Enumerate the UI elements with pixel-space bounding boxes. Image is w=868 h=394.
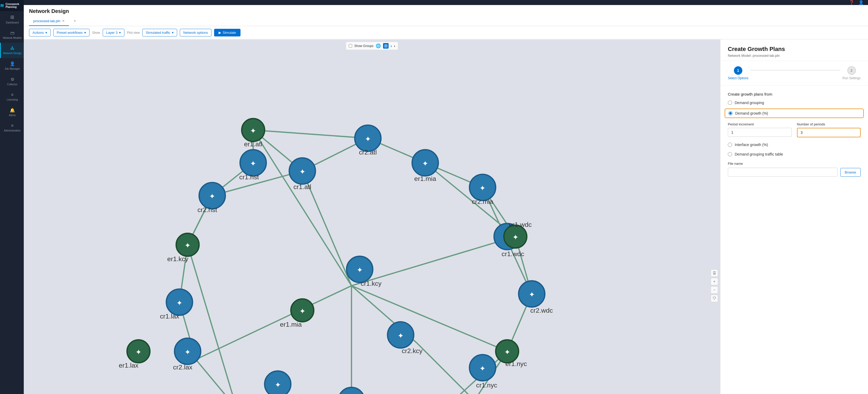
- demand-growth-option[interactable]: Demand growth (%): [725, 109, 864, 118]
- svg-rect-0: [24, 40, 720, 394]
- file-name-input[interactable]: [728, 168, 838, 177]
- period-increment-input[interactable]: [728, 128, 792, 137]
- zoom-out-icon[interactable]: －: [711, 286, 718, 294]
- simulated-traffic-label: Simulated traffic: [146, 31, 170, 35]
- file-name-input-group: [728, 168, 838, 177]
- app-name: Crosswork Planning: [5, 3, 24, 8]
- tab-add[interactable]: ＋: [69, 17, 81, 26]
- svg-text:✦: ✦: [176, 299, 182, 307]
- svg-text:cr2.kcy: cr2.kcy: [402, 347, 423, 354]
- browse-button[interactable]: Browse: [840, 168, 861, 177]
- simulated-traffic-chevron-icon: ▾: [172, 31, 174, 35]
- step-2: 2 Run Settings: [842, 66, 861, 80]
- demand-grouping-label: Demand grouping: [735, 101, 764, 105]
- help-icon[interactable]: ❓: [849, 0, 854, 5]
- network-models-icon: 🗃: [10, 31, 14, 35]
- sidebar-item-alerts[interactable]: 🔔 Alerts: [0, 104, 24, 120]
- right-panel: Create Growth Plans Network Model: proce…: [720, 39, 868, 394]
- demand-grouping-traffic-radio[interactable]: [728, 152, 732, 156]
- svg-text:✦: ✦: [185, 348, 191, 356]
- preset-workflows-button[interactable]: Preset workflows ▾: [53, 29, 90, 36]
- sidebar-item-licensing[interactable]: ≡ Licensing: [0, 89, 24, 104]
- simulate-label: Simulate: [223, 31, 236, 35]
- chevron-right-icon[interactable]: ›: [394, 44, 395, 48]
- sidebar-item-network-design[interactable]: 🖧 Network Design: [0, 43, 24, 58]
- list-icon[interactable]: ☰: [711, 269, 718, 277]
- canvas-side-controls: ☰ ＋ － ⛉: [711, 269, 718, 302]
- show-groups-label: Show Groups: [354, 44, 374, 48]
- svg-text:✦: ✦: [299, 307, 305, 315]
- svg-text:cr2.wdc: cr2.wdc: [530, 307, 553, 314]
- svg-text:✦: ✦: [185, 241, 191, 249]
- svg-text:✦: ✦: [250, 127, 256, 135]
- chevron-left-icon[interactable]: ‹: [391, 44, 392, 48]
- actions-chevron-icon: ▾: [45, 31, 47, 35]
- nd-tabs: processed-lab.pln ✕ ＋: [29, 17, 863, 26]
- network-design-section: Network Design processed-lab.pln ✕ ＋ Act…: [24, 5, 868, 394]
- licensing-icon: ≡: [11, 92, 13, 97]
- simulate-button[interactable]: ▶ Simulate: [214, 29, 241, 36]
- svg-text:✦: ✦: [250, 159, 256, 168]
- step-2-number: 2: [850, 68, 853, 72]
- svg-text:cr2.hst: cr2.hst: [197, 206, 217, 213]
- show-separator: Show: [92, 31, 100, 35]
- administration-icon: ≡: [11, 123, 13, 128]
- dashboard-icon: ⊞: [10, 14, 14, 20]
- interface-growth-radio[interactable]: [728, 143, 732, 147]
- layer3-chevron-icon: ▾: [119, 31, 121, 35]
- svg-text:cr1.atl: cr1.atl: [293, 183, 311, 190]
- content-row: Show Groups 🌐 ⊞ ‹ ›: [24, 39, 868, 394]
- canvas-area: Show Groups 🌐 ⊞ ‹ ›: [24, 39, 720, 394]
- network-graph: ✦ cr1.atl ✦ cr2.atl ✦ er1.mia ✦ cr2: [24, 39, 720, 394]
- tab-close-icon[interactable]: ✕: [62, 19, 65, 23]
- svg-text:✦: ✦: [356, 266, 363, 274]
- number-of-periods-input[interactable]: [797, 128, 861, 137]
- page-title: Network Design: [29, 8, 863, 14]
- sidebar-label-dashboard: Dashboard: [6, 21, 19, 24]
- interface-growth-label: Interface growth (%): [735, 143, 768, 147]
- demand-grouping-traffic-label: Demand grouping traffic table: [735, 152, 783, 156]
- sidebar-label-alerts: Alerts: [9, 114, 16, 117]
- person-icon[interactable]: ⛉: [711, 295, 718, 302]
- svg-text:er1.atl: er1.atl: [244, 141, 262, 148]
- simulated-traffic-button[interactable]: Simulated traffic ▾: [142, 29, 177, 36]
- interface-growth-option[interactable]: Interface growth (%): [728, 143, 861, 147]
- network-options-button[interactable]: Network options: [180, 29, 211, 36]
- toolbar: Actions ▾ Preset workflows ▾ Show Layer …: [24, 26, 868, 39]
- step-2-label: Run Settings: [842, 76, 861, 80]
- sidebar-item-administration[interactable]: ≡ Administration: [0, 120, 24, 135]
- period-increment-group: Period increment: [728, 122, 792, 137]
- sidebar-label-job-manager: Job Manager: [4, 67, 20, 70]
- svg-text:cr1.lax: cr1.lax: [160, 313, 180, 320]
- globe-icon[interactable]: 🌐: [376, 43, 381, 48]
- tab-label: processed-lab.pln: [33, 19, 60, 23]
- actions-button[interactable]: Actions ▾: [29, 29, 51, 36]
- user-icon[interactable]: 👤: [859, 0, 864, 5]
- demand-grouping-radio[interactable]: [728, 101, 732, 105]
- layer3-button[interactable]: Layer 3 ▾: [103, 29, 124, 36]
- svg-text:✦: ✦: [275, 381, 281, 389]
- topology-icon[interactable]: ⊞: [383, 43, 389, 49]
- step-1-number: 1: [737, 68, 739, 72]
- sidebar-item-collector[interactable]: ⚙ Collector: [0, 74, 24, 89]
- tab-processed-lab[interactable]: processed-lab.pln ✕: [29, 17, 69, 26]
- alerts-icon: 🔔: [10, 108, 15, 113]
- step-1-circle: 1: [734, 66, 742, 75]
- sidebar-item-job-manager[interactable]: 👤 Job Manager: [0, 58, 24, 74]
- period-fields-row: Period increment Number of periods: [728, 122, 861, 137]
- demand-grouping-traffic-option[interactable]: Demand grouping traffic table: [728, 152, 861, 156]
- layer3-label: Layer 3: [106, 31, 118, 35]
- job-manager-icon: 👤: [10, 61, 15, 66]
- plot-view-separator: Plot view: [127, 31, 140, 35]
- sidebar-item-dashboard[interactable]: ⊞ Dashboard: [0, 11, 24, 27]
- demand-grouping-option[interactable]: Demand grouping: [728, 101, 861, 105]
- demand-growth-radio[interactable]: [728, 111, 733, 115]
- simulate-play-icon: ▶: [219, 31, 221, 35]
- network-options-label: Network options: [183, 31, 208, 35]
- svg-text:cr1.nyc: cr1.nyc: [476, 382, 497, 389]
- zoom-in-icon[interactable]: ＋: [711, 278, 718, 285]
- network-design-icon: 🖧: [10, 46, 14, 51]
- show-groups-checkbox[interactable]: [349, 44, 352, 48]
- sidebar-item-network-models[interactable]: 🗃 Network Models: [0, 27, 24, 43]
- number-of-periods-group: Number of periods: [797, 122, 861, 137]
